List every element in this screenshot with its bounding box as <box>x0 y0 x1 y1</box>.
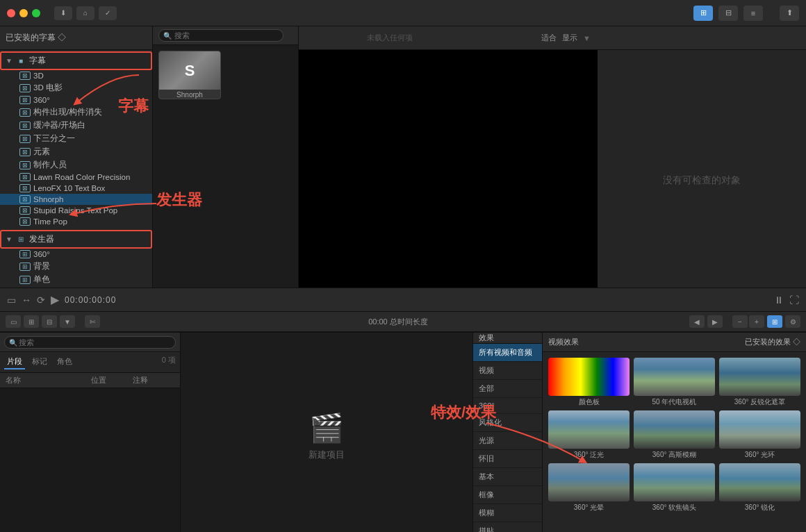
item-stupid-raisins[interactable]: ⊠ Stupid Raisins Text Pop <box>0 205 152 216</box>
item-build[interactable]: ⊠ 构件出现/构件消失 <box>0 106 152 119</box>
shnorph-thumbnail[interactable]: S Shnorph <box>158 51 221 99</box>
share-button[interactable]: ⬆ <box>780 6 799 21</box>
item-gen-360[interactable]: ⊞ 360° <box>0 249 152 260</box>
item-360[interactable]: ⊠ 360° <box>0 94 152 106</box>
item-elements[interactable]: ⊠ 元素 <box>0 145 152 158</box>
effect-360-halo[interactable]: 360° 光环 <box>719 410 800 459</box>
item-3d[interactable]: ⊠ 3D <box>0 70 152 81</box>
item-3d-icon: ⊠ <box>19 72 31 80</box>
fashengqi-arrow: ▼ <box>6 235 13 243</box>
fullscreen-button[interactable] <box>32 9 40 17</box>
zoom-in-btn[interactable]: + <box>749 315 764 328</box>
tl-clip-btn[interactable]: ▭ <box>6 315 21 328</box>
tl-nav-right[interactable]: ▶ <box>707 315 723 328</box>
no-object-label: 没有可检查的对象 <box>663 174 741 187</box>
tl-zoom-btn[interactable]: ▼ <box>60 315 75 328</box>
inspector-content: 没有可检查的对象 <box>598 50 806 311</box>
fashengqi-section-header[interactable]: ▼ ⊞ 发生器 <box>0 230 152 249</box>
view-btn-3[interactable]: ≡ <box>743 6 763 21</box>
pause-icon[interactable]: ⏸ <box>774 294 784 306</box>
cat-blur[interactable]: 模糊 <box>473 504 542 522</box>
clip-search-input[interactable] <box>4 336 176 349</box>
effect-360-anti[interactable]: 360° 反锐化遮罩 <box>719 358 800 406</box>
item-lenofx[interactable]: ⊠ LenoFX 10 Text Box <box>0 183 152 194</box>
item-3d-label: 3D <box>33 72 44 80</box>
item-elements-label: 元素 <box>33 147 50 157</box>
zoom-out-btn[interactable]: − <box>732 315 748 328</box>
tab-roles[interactable]: 角色 <box>54 355 75 369</box>
effect-360-sharpen[interactable]: 360° 锐化 <box>719 463 800 512</box>
titlebar: ⬇ ⌂ ✓ ⊞ ⊟ ≡ ⬆ <box>0 0 806 26</box>
cat-stylize[interactable]: 风格化 <box>473 414 542 432</box>
item-solid[interactable]: ⊞ 单色 <box>0 273 152 286</box>
item-background-label: 背景 <box>33 261 50 272</box>
cat-all[interactable]: 全部 <box>473 380 542 398</box>
cat-all-video[interactable]: 所有视频和音频 <box>473 344 542 362</box>
item-shnorph[interactable]: ⊠ Shnorph <box>0 194 152 205</box>
play-icon[interactable]: ▶ <box>51 293 59 306</box>
item-credits[interactable]: ⊠ 制作人员 <box>0 158 152 172</box>
tl-nav-left[interactable]: ◀ <box>689 315 705 328</box>
fullscreen-icon[interactable]: ⛶ <box>789 294 799 306</box>
tab-markers[interactable]: 标记 <box>29 355 50 369</box>
cat-light[interactable]: 光源 <box>473 432 542 450</box>
item-time-pop-label: Time Pop <box>33 217 67 226</box>
effect-50s-tv[interactable]: 50 年代电视机 <box>634 358 715 406</box>
tl-settings-btn[interactable]: ⚙ <box>785 315 800 328</box>
effect-360-diffuse[interactable]: 360° 泛光 <box>548 410 630 459</box>
bookmark-icon[interactable]: ⌂ <box>76 6 94 20</box>
minimize-button[interactable] <box>19 9 28 17</box>
item-lower-third-icon: ⊠ <box>19 135 31 143</box>
effect-color-board[interactable]: 颜色板 <box>548 358 630 406</box>
tl-tools-btn[interactable]: ✄ <box>85 315 100 328</box>
clip-count: 0 项 <box>162 355 176 369</box>
tl-more-btn[interactable]: ⊟ <box>42 315 57 328</box>
transform-icon[interactable]: ↔ <box>22 294 31 306</box>
speed-icon[interactable]: ⟳ <box>37 294 45 306</box>
zimu-icon: ■ <box>15 56 26 66</box>
effect-360-hd[interactable]: 360° 高斯模糊 <box>634 410 715 459</box>
item-bumper-label: 缓冲器/开场白 <box>33 120 85 131</box>
total-time-label: 00:00 总时间长度 <box>368 317 428 327</box>
back-icon[interactable]: ⬇ <box>54 6 72 20</box>
show-label: 显示 <box>562 33 577 43</box>
tl-group-btn[interactable]: ⊞ <box>24 315 39 328</box>
close-button[interactable] <box>7 9 15 17</box>
item-3d-movie[interactable]: ⊠ 3D 电影 <box>0 81 152 94</box>
effect-360-anti-label: 360° 反锐化遮罩 <box>734 398 785 406</box>
view-btn-1[interactable]: ⊞ <box>693 6 713 21</box>
cat-basic[interactable]: 基本 <box>473 468 542 486</box>
inspector-toolbar <box>598 26 806 50</box>
effect-360-glow-label: 360° 光晕 <box>574 504 604 512</box>
effect-360-glow[interactable]: 360° 光晕 <box>548 463 630 512</box>
item-background[interactable]: ⊞ 背景 <box>0 260 152 273</box>
zimu-arrow: ▼ <box>6 57 13 65</box>
item-lower-third[interactable]: ⊠ 下三分之一 <box>0 132 152 145</box>
item-build-icon: ⊠ <box>19 108 31 117</box>
clip-search-icon: 🔍 <box>9 338 17 346</box>
search-input[interactable] <box>158 29 283 42</box>
new-project-area[interactable]: 🎬 新建项目 <box>309 412 345 461</box>
item-lawn[interactable]: ⊠ Lawn Road Color Precision <box>0 172 152 183</box>
item-elements-icon: ⊠ <box>19 148 31 156</box>
cat-360[interactable]: 360° <box>473 398 542 414</box>
clip-icon[interactable]: ▭ <box>7 294 16 306</box>
item-solid-label: 单色 <box>33 274 50 285</box>
center-top-panel: 🔍 S Shnorph <box>153 26 299 311</box>
tab-clips[interactable]: 片段 <box>4 355 25 369</box>
col-note-header: 注释 <box>133 375 174 385</box>
tl-effects-highlight[interactable]: ⊞ <box>767 315 782 328</box>
item-bumper[interactable]: ⊠ 缓冲器/开场白 <box>0 119 152 132</box>
view-btn-2[interactable]: ⊟ <box>718 6 738 21</box>
checkmark-icon[interactable]: ✓ <box>99 6 117 20</box>
cat-frame[interactable]: 框像 <box>473 486 542 504</box>
effect-360-soft[interactable]: 360° 软焦镜头 <box>634 463 715 512</box>
cat-tile[interactable]: 拼贴 <box>473 522 542 532</box>
cat-video[interactable]: 视频 <box>473 362 542 380</box>
zimu-section-header[interactable]: ▼ ■ 字幕 <box>0 51 152 70</box>
item-time-pop[interactable]: ⊠ Time Pop <box>0 216 152 227</box>
cat-retro[interactable]: 怀旧 <box>473 450 542 468</box>
show-chevron-icon: ▼ <box>583 34 591 42</box>
preview-no-item-label: 未载入任何项 <box>367 33 413 43</box>
preview-area: 未载入任何项 适合 显示 ▼ ▭ ↔ ⟳ ▶ 00:00:00:00 ⏸ ⛶ <box>299 26 598 311</box>
